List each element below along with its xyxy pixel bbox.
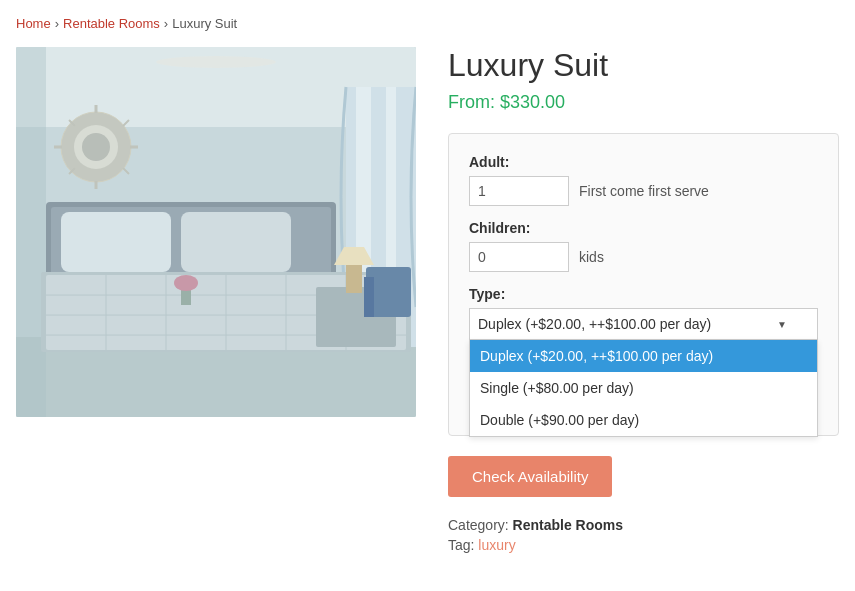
svg-rect-3 [16, 47, 46, 417]
breadcrumb-sep-2: › [164, 16, 168, 31]
type-selected-label: Duplex (+$20.00, ++$100.00 per day) [478, 316, 711, 332]
category-value: Rentable Rooms [513, 517, 623, 533]
adult-input[interactable] [469, 176, 569, 206]
check-availability-button[interactable]: Check Availability [448, 456, 612, 497]
type-dropdown-options: Duplex (+$20.00, ++$100.00 per day) Sing… [469, 340, 818, 437]
breadcrumb-current: Luxury Suit [172, 16, 237, 31]
tag-value[interactable]: luxury [478, 537, 515, 553]
children-label: Children: [469, 220, 818, 236]
price-value: $330.00 [500, 92, 565, 112]
children-group: Children: kids [469, 220, 818, 272]
room-details: Luxury Suit From: $330.00 Adult: First c… [448, 47, 839, 557]
children-hint: kids [579, 249, 604, 265]
breadcrumb-sep-1: › [55, 16, 59, 31]
tag-row: Tag: luxury [448, 537, 839, 553]
adult-group: Adult: First come first serve [469, 154, 818, 206]
type-option-duplex[interactable]: Duplex (+$20.00, ++$100.00 per day) [470, 340, 817, 372]
meta-info: Category: Rentable Rooms Tag: luxury [448, 517, 839, 553]
svg-point-10 [82, 133, 110, 161]
type-dropdown-trigger[interactable]: Duplex (+$20.00, ++$100.00 per day) ▼ [469, 308, 818, 340]
breadcrumb-home[interactable]: Home [16, 16, 51, 31]
type-option-double[interactable]: Double (+$90.00 per day) [470, 404, 817, 436]
children-input[interactable] [469, 242, 569, 272]
svg-rect-22 [181, 212, 291, 272]
adult-row: First come first serve [469, 176, 818, 206]
booking-form: Adult: First come first serve Children: … [448, 133, 839, 436]
room-title: Luxury Suit [448, 47, 839, 84]
category-prefix: Category: [448, 517, 509, 533]
type-dropdown-container: Duplex (+$20.00, ++$100.00 per day) ▼ Du… [469, 308, 818, 340]
children-row: kids [469, 242, 818, 272]
room-image-svg [16, 47, 416, 417]
type-option-single[interactable]: Single (+$80.00 per day) [470, 372, 817, 404]
svg-point-7 [156, 56, 276, 68]
type-group: Type: Duplex (+$20.00, ++$100.00 per day… [469, 286, 818, 340]
adult-hint: First come first serve [579, 183, 709, 199]
category-row: Category: Rentable Rooms [448, 517, 839, 533]
main-content: Luxury Suit From: $330.00 Adult: First c… [16, 47, 839, 557]
type-label: Type: [469, 286, 818, 302]
breadcrumb: Home › Rentable Rooms › Luxury Suit [16, 16, 839, 31]
svg-rect-39 [364, 277, 374, 317]
breadcrumb-rentable-rooms[interactable]: Rentable Rooms [63, 16, 160, 31]
tag-prefix: Tag: [448, 537, 474, 553]
dropdown-arrow-icon: ▼ [777, 319, 787, 330]
svg-rect-34 [346, 265, 362, 293]
room-price: From: $330.00 [448, 92, 839, 113]
adult-label: Adult: [469, 154, 818, 170]
svg-rect-21 [61, 212, 171, 272]
room-image [16, 47, 416, 417]
price-label: From: [448, 92, 495, 112]
svg-point-37 [174, 275, 198, 291]
